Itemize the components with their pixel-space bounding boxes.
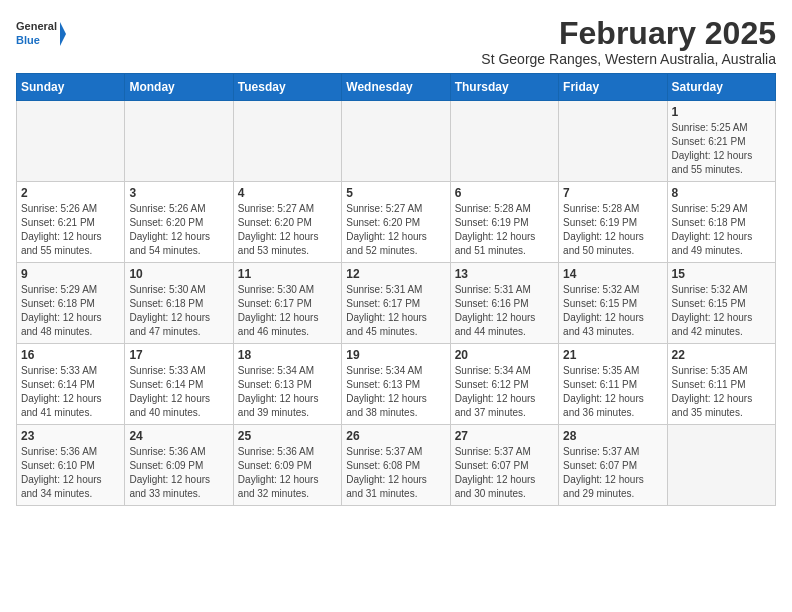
header-tuesday: Tuesday <box>233 74 341 101</box>
day-number: 19 <box>346 348 445 362</box>
day-info: Sunrise: 5:31 AM Sunset: 6:16 PM Dayligh… <box>455 283 554 339</box>
day-cell: 2Sunrise: 5:26 AM Sunset: 6:21 PM Daylig… <box>17 182 125 263</box>
header-monday: Monday <box>125 74 233 101</box>
day-cell: 10Sunrise: 5:30 AM Sunset: 6:18 PM Dayli… <box>125 263 233 344</box>
day-info: Sunrise: 5:32 AM Sunset: 6:15 PM Dayligh… <box>672 283 771 339</box>
day-info: Sunrise: 5:34 AM Sunset: 6:12 PM Dayligh… <box>455 364 554 420</box>
svg-text:Blue: Blue <box>16 34 40 46</box>
day-info: Sunrise: 5:30 AM Sunset: 6:17 PM Dayligh… <box>238 283 337 339</box>
day-number: 5 <box>346 186 445 200</box>
day-info: Sunrise: 5:33 AM Sunset: 6:14 PM Dayligh… <box>129 364 228 420</box>
week-row-2: 9Sunrise: 5:29 AM Sunset: 6:18 PM Daylig… <box>17 263 776 344</box>
calendar-table: Sunday Monday Tuesday Wednesday Thursday… <box>16 73 776 506</box>
day-number: 12 <box>346 267 445 281</box>
day-number: 24 <box>129 429 228 443</box>
day-info: Sunrise: 5:34 AM Sunset: 6:13 PM Dayligh… <box>346 364 445 420</box>
day-info: Sunrise: 5:35 AM Sunset: 6:11 PM Dayligh… <box>563 364 662 420</box>
day-info: Sunrise: 5:37 AM Sunset: 6:07 PM Dayligh… <box>563 445 662 501</box>
day-cell: 23Sunrise: 5:36 AM Sunset: 6:10 PM Dayli… <box>17 425 125 506</box>
day-cell: 6Sunrise: 5:28 AM Sunset: 6:19 PM Daylig… <box>450 182 558 263</box>
day-info: Sunrise: 5:37 AM Sunset: 6:08 PM Dayligh… <box>346 445 445 501</box>
day-cell: 14Sunrise: 5:32 AM Sunset: 6:15 PM Dayli… <box>559 263 667 344</box>
day-cell: 5Sunrise: 5:27 AM Sunset: 6:20 PM Daylig… <box>342 182 450 263</box>
day-cell: 19Sunrise: 5:34 AM Sunset: 6:13 PM Dayli… <box>342 344 450 425</box>
day-number: 1 <box>672 105 771 119</box>
day-info: Sunrise: 5:36 AM Sunset: 6:09 PM Dayligh… <box>238 445 337 501</box>
day-cell <box>17 101 125 182</box>
day-cell: 4Sunrise: 5:27 AM Sunset: 6:20 PM Daylig… <box>233 182 341 263</box>
day-number: 6 <box>455 186 554 200</box>
calendar-body: 1Sunrise: 5:25 AM Sunset: 6:21 PM Daylig… <box>17 101 776 506</box>
day-number: 8 <box>672 186 771 200</box>
day-number: 18 <box>238 348 337 362</box>
day-number: 22 <box>672 348 771 362</box>
day-cell: 28Sunrise: 5:37 AM Sunset: 6:07 PM Dayli… <box>559 425 667 506</box>
day-cell: 15Sunrise: 5:32 AM Sunset: 6:15 PM Dayli… <box>667 263 775 344</box>
day-cell: 21Sunrise: 5:35 AM Sunset: 6:11 PM Dayli… <box>559 344 667 425</box>
logo: General Blue <box>16 16 66 52</box>
day-number: 13 <box>455 267 554 281</box>
calendar-header: Sunday Monday Tuesday Wednesday Thursday… <box>17 74 776 101</box>
day-cell: 24Sunrise: 5:36 AM Sunset: 6:09 PM Dayli… <box>125 425 233 506</box>
day-cell: 17Sunrise: 5:33 AM Sunset: 6:14 PM Dayli… <box>125 344 233 425</box>
day-cell <box>450 101 558 182</box>
day-number: 15 <box>672 267 771 281</box>
day-cell: 20Sunrise: 5:34 AM Sunset: 6:12 PM Dayli… <box>450 344 558 425</box>
title-section: February 2025 St George Ranges, Western … <box>481 16 776 67</box>
day-info: Sunrise: 5:29 AM Sunset: 6:18 PM Dayligh… <box>672 202 771 258</box>
day-cell: 26Sunrise: 5:37 AM Sunset: 6:08 PM Dayli… <box>342 425 450 506</box>
weekday-header-row: Sunday Monday Tuesday Wednesday Thursday… <box>17 74 776 101</box>
day-cell: 1Sunrise: 5:25 AM Sunset: 6:21 PM Daylig… <box>667 101 775 182</box>
day-number: 17 <box>129 348 228 362</box>
day-cell: 3Sunrise: 5:26 AM Sunset: 6:20 PM Daylig… <box>125 182 233 263</box>
day-info: Sunrise: 5:26 AM Sunset: 6:20 PM Dayligh… <box>129 202 228 258</box>
day-info: Sunrise: 5:37 AM Sunset: 6:07 PM Dayligh… <box>455 445 554 501</box>
day-info: Sunrise: 5:25 AM Sunset: 6:21 PM Dayligh… <box>672 121 771 177</box>
day-cell <box>342 101 450 182</box>
page-title: February 2025 <box>481 16 776 51</box>
day-cell <box>125 101 233 182</box>
day-info: Sunrise: 5:30 AM Sunset: 6:18 PM Dayligh… <box>129 283 228 339</box>
page-header: General Blue February 2025 St George Ran… <box>16 16 776 67</box>
day-number: 26 <box>346 429 445 443</box>
day-cell: 27Sunrise: 5:37 AM Sunset: 6:07 PM Dayli… <box>450 425 558 506</box>
day-info: Sunrise: 5:36 AM Sunset: 6:09 PM Dayligh… <box>129 445 228 501</box>
day-info: Sunrise: 5:27 AM Sunset: 6:20 PM Dayligh… <box>346 202 445 258</box>
week-row-1: 2Sunrise: 5:26 AM Sunset: 6:21 PM Daylig… <box>17 182 776 263</box>
day-number: 2 <box>21 186 120 200</box>
header-wednesday: Wednesday <box>342 74 450 101</box>
header-sunday: Sunday <box>17 74 125 101</box>
week-row-3: 16Sunrise: 5:33 AM Sunset: 6:14 PM Dayli… <box>17 344 776 425</box>
svg-marker-2 <box>60 22 66 46</box>
day-info: Sunrise: 5:36 AM Sunset: 6:10 PM Dayligh… <box>21 445 120 501</box>
day-cell <box>667 425 775 506</box>
day-info: Sunrise: 5:28 AM Sunset: 6:19 PM Dayligh… <box>563 202 662 258</box>
day-number: 25 <box>238 429 337 443</box>
header-thursday: Thursday <box>450 74 558 101</box>
week-row-4: 23Sunrise: 5:36 AM Sunset: 6:10 PM Dayli… <box>17 425 776 506</box>
day-cell <box>559 101 667 182</box>
day-number: 20 <box>455 348 554 362</box>
day-number: 27 <box>455 429 554 443</box>
day-number: 23 <box>21 429 120 443</box>
day-info: Sunrise: 5:33 AM Sunset: 6:14 PM Dayligh… <box>21 364 120 420</box>
day-cell: 11Sunrise: 5:30 AM Sunset: 6:17 PM Dayli… <box>233 263 341 344</box>
day-info: Sunrise: 5:28 AM Sunset: 6:19 PM Dayligh… <box>455 202 554 258</box>
day-cell: 7Sunrise: 5:28 AM Sunset: 6:19 PM Daylig… <box>559 182 667 263</box>
page-subtitle: St George Ranges, Western Australia, Aus… <box>481 51 776 67</box>
day-cell: 12Sunrise: 5:31 AM Sunset: 6:17 PM Dayli… <box>342 263 450 344</box>
day-number: 28 <box>563 429 662 443</box>
day-info: Sunrise: 5:31 AM Sunset: 6:17 PM Dayligh… <box>346 283 445 339</box>
day-cell: 18Sunrise: 5:34 AM Sunset: 6:13 PM Dayli… <box>233 344 341 425</box>
day-number: 7 <box>563 186 662 200</box>
day-cell: 16Sunrise: 5:33 AM Sunset: 6:14 PM Dayli… <box>17 344 125 425</box>
day-info: Sunrise: 5:32 AM Sunset: 6:15 PM Dayligh… <box>563 283 662 339</box>
day-info: Sunrise: 5:26 AM Sunset: 6:21 PM Dayligh… <box>21 202 120 258</box>
day-number: 21 <box>563 348 662 362</box>
day-info: Sunrise: 5:29 AM Sunset: 6:18 PM Dayligh… <box>21 283 120 339</box>
week-row-0: 1Sunrise: 5:25 AM Sunset: 6:21 PM Daylig… <box>17 101 776 182</box>
day-number: 11 <box>238 267 337 281</box>
day-cell: 9Sunrise: 5:29 AM Sunset: 6:18 PM Daylig… <box>17 263 125 344</box>
day-number: 3 <box>129 186 228 200</box>
day-number: 10 <box>129 267 228 281</box>
